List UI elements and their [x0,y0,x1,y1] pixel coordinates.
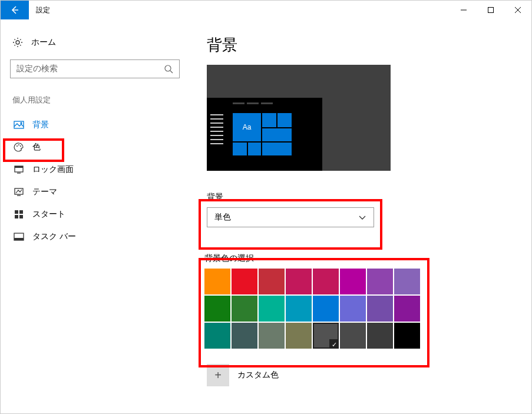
dropdown-value: 単色 [214,212,231,223]
main-panel: 背景 Aa 背景 単色 [189,19,531,414]
palette-icon [14,142,24,153]
search-input[interactable]: 設定の検索 [10,59,180,78]
svg-point-7 [16,145,18,147]
color-section-label: 背景色の選択 [204,253,414,264]
svg-point-6 [21,122,22,124]
color-grid [204,269,414,349]
svg-rect-20 [14,238,24,240]
color-swatch[interactable] [259,296,285,322]
color-swatch[interactable] [313,323,339,349]
svg-point-8 [18,144,19,145]
maximize-button[interactable] [477,1,504,19]
window-title: 設定 [29,1,57,19]
category-label: 個人用設定 [12,95,180,105]
search-icon [164,64,173,74]
sidebar-item-5[interactable]: タスク バー [10,226,180,248]
color-swatch[interactable] [340,296,366,322]
sidebar-item-1[interactable]: 色 [10,136,180,158]
taskbar-icon [14,231,24,242]
custom-color-label: カスタム色 [237,370,279,380]
color-swatch[interactable] [313,296,339,322]
color-swatch[interactable] [340,269,366,294]
plus-icon: + [214,369,222,382]
sidebar-item-label: 背景 [32,120,49,130]
sidebar-item-label: 色 [32,142,41,153]
minimize-icon [460,6,467,14]
desktop-preview: Aa [207,65,391,171]
sidebar-item-3[interactable]: テーマ [10,181,180,203]
color-swatch[interactable] [313,269,339,294]
start-icon [14,209,24,220]
search-placeholder: 設定の検索 [16,64,58,74]
minimize-button[interactable] [450,1,477,19]
color-swatch[interactable] [259,269,285,294]
svg-rect-11 [15,166,23,168]
sidebar: ホーム 設定の検索 個人用設定 背景色ロック画面テーマスタートタスク バー [1,19,189,414]
picture-icon [14,120,24,130]
custom-color-button[interactable]: + [207,364,229,386]
svg-point-9 [20,145,21,147]
home-link[interactable]: ホーム [10,34,180,51]
color-swatch[interactable] [232,296,257,322]
arrow-left-icon [10,5,19,15]
color-swatch[interactable] [204,323,230,349]
svg-rect-18 [19,215,23,218]
sidebar-item-label: スタート [32,209,65,220]
svg-point-2 [16,41,19,44]
bg-section-label: 背景 [207,192,374,203]
color-swatch[interactable] [259,323,285,349]
color-swatch[interactable] [394,269,420,294]
maximize-icon [487,6,494,14]
chevron-down-icon [358,213,366,221]
close-button[interactable] [504,1,531,19]
svg-rect-15 [15,210,18,214]
lockscreen-icon [14,164,24,175]
svg-rect-13 [15,188,23,194]
page-title: 背景 [207,35,520,55]
sidebar-item-2[interactable]: ロック画面 [10,158,180,181]
color-swatch[interactable] [204,269,230,294]
color-swatch[interactable] [286,296,312,322]
color-swatch[interactable] [394,323,420,349]
preview-tile: Aa [233,113,261,141]
svg-rect-1 [488,8,494,13]
sidebar-item-label: テーマ [32,187,57,197]
gear-icon [12,37,23,48]
sidebar-item-4[interactable]: スタート [10,203,180,226]
color-swatch[interactable] [367,269,393,294]
sidebar-item-0[interactable]: 背景 [10,114,180,136]
color-swatch[interactable] [367,296,393,322]
color-swatch[interactable] [340,323,366,349]
close-icon [514,6,521,14]
color-swatch[interactable] [232,323,257,349]
color-swatch[interactable] [204,296,230,322]
color-swatch[interactable] [394,296,420,322]
bg-type-dropdown[interactable]: 単色 [207,207,374,227]
home-label: ホーム [31,37,56,48]
svg-rect-16 [19,210,23,214]
color-swatch[interactable] [367,323,393,349]
color-swatch[interactable] [286,269,312,294]
back-button[interactable] [1,1,29,19]
color-swatch[interactable] [286,323,312,349]
color-swatch[interactable] [232,269,257,294]
sidebar-item-label: ロック画面 [32,164,74,175]
svg-rect-17 [15,215,18,218]
svg-point-3 [165,65,171,71]
sidebar-item-label: タスク バー [32,231,76,242]
theme-icon [14,187,24,197]
svg-line-4 [170,71,173,73]
